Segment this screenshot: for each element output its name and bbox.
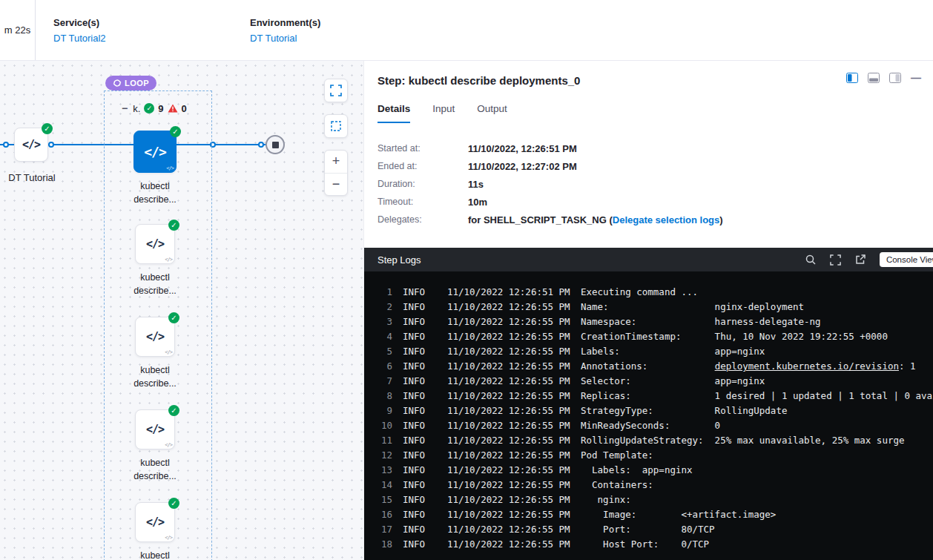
log-line-number: 8 [373,389,392,403]
step-box[interactable]: </></>✓ [135,224,175,264]
log-line: 3INFO11/10/2022 12:26:55 PMNamespace: ha… [373,314,933,329]
log-line: 17INFO11/10/2022 12:26:55 PM Port: 80/TC… [373,522,933,537]
matrix-header[interactable]: − k. ✓ 9 0 [122,102,187,114]
split-view-bottom-icon[interactable] [868,73,880,83]
log-level: INFO [403,359,441,374]
log-line: 16INFO11/10/2022 12:26:55 PM Image: <+ar… [373,507,933,522]
log-message: MinReadySeconds: 0 [581,418,720,433]
pipeline-graph-canvas[interactable]: </> ✓ DT Tutorial LOOP − k. ✓ 9 0 </></>… [0,61,363,560]
log-line: 15INFO11/10/2022 12:26:55 PM nginx: [373,493,933,507]
success-count-icon: ✓ [144,103,154,113]
detail-tabs: Details Input Output [364,95,933,123]
step-detail-fields: Started at: 11/10/2022, 12:26:51 PM Ende… [364,123,933,248]
expand-logs-icon[interactable] [830,254,841,266]
log-timestamp: 11/10/2022 12:26:55 PM [447,493,575,507]
log-timestamp: 11/10/2022 12:26:55 PM [447,329,575,344]
service-link[interactable]: DT Tutorial2 [53,33,250,44]
fit-to-screen-button[interactable] [324,79,348,102]
zoom-in-button[interactable]: + [325,151,347,174]
log-line-number: 2 [373,300,392,314]
step-box[interactable]: </></>✓ [135,409,175,449]
connector-dot [48,142,54,148]
stage-node-dt-tutorial[interactable]: </> ✓ [14,128,48,162]
log-line-number: 14 [373,478,392,493]
detail-row-started: Started at: 11/10/2022, 12:26:51 PM [378,139,920,157]
field-value: 11s [468,179,484,190]
tab-input[interactable]: Input [432,103,455,123]
panel-title: Step: kubectl describe deployments_0 [378,74,580,87]
log-message: Annotations: deployment.kubernetes.io/re… [581,359,916,374]
stop-icon [272,142,279,148]
log-timestamp: 11/10/2022 12:26:55 PM [447,389,575,403]
detail-row-delegates: Delegates: for SHELL_SCRIPT_TASK_NG (Del… [378,211,920,228]
step-node-4[interactable]: </></>✓kubectl describe... [135,502,175,560]
log-level: INFO [403,493,441,507]
delegate-selection-logs-link[interactable]: Delegate selection logs [613,214,720,225]
elapsed-time: m 22s [0,0,36,60]
minimize-panel-icon[interactable]: — [911,73,921,83]
log-timestamp: 11/10/2022 12:26:55 PM [447,300,575,314]
log-line-number: 18 [373,537,392,552]
tab-details[interactable]: Details [378,103,410,123]
step-box[interactable]: </></>✓ [135,502,175,542]
success-check-icon: ✓ [168,312,179,323]
log-line-number: 6 [373,359,392,374]
failed-count-icon [168,104,178,113]
log-timestamp: 11/10/2022 12:26:55 PM [447,403,575,418]
pipeline-end-node[interactable] [266,135,285,154]
panel-header: Step: kubectl describe deployments_0 — [364,61,933,95]
console-view-button[interactable]: Console View [880,252,933,267]
collapse-icon[interactable]: − [122,102,128,114]
step-box[interactable]: </></>✓ [135,317,175,357]
log-level: INFO [403,314,441,329]
log-level: INFO [403,507,441,522]
zoom-out-button[interactable]: − [325,174,347,196]
code-icon: </> [144,144,166,159]
environment-link[interactable]: DT Tutorial [250,33,320,44]
connector-dot [258,142,264,148]
success-check-icon: ✓ [168,498,179,509]
search-logs-icon[interactable] [805,254,816,265]
split-view-left-icon[interactable] [846,73,858,83]
log-message: Host Port: 0/TCP [581,537,709,552]
log-level: INFO [403,403,441,418]
log-level: INFO [403,537,441,552]
log-line-number: 11 [373,433,392,448]
success-count: 9 [158,103,163,114]
step-node-3[interactable]: </></>✓kubectl describe... [135,409,175,483]
log-line: 7INFO11/10/2022 12:26:55 PMSelector: app… [373,374,933,389]
log-line-number: 1 [373,285,392,300]
step-node-0[interactable]: </></>✓kubectl describe... [133,131,177,206]
log-lines[interactable]: 1INFO11/10/2022 12:26:51 PMExecuting com… [364,271,933,560]
loop-badge[interactable]: LOOP [105,76,156,90]
step-node-1[interactable]: </></>✓kubectl describe... [135,224,175,297]
log-timestamp: 11/10/2022 12:26:55 PM [447,478,575,493]
dashed-square-icon [330,120,342,132]
split-view-right-icon[interactable] [889,73,901,83]
log-level: INFO [403,418,441,433]
log-line: 6INFO11/10/2022 12:26:55 PMAnnotations: … [373,359,933,374]
step-type-icon: </> [165,442,172,448]
code-icon: </> [146,423,164,436]
log-level: INFO [403,389,441,403]
log-timestamp: 11/10/2022 12:26:55 PM [447,359,575,374]
open-in-new-icon[interactable] [855,254,866,265]
log-message: Executing command ... [581,285,698,300]
detail-row-timeout: Timeout: 10m [378,193,920,211]
log-line-number: 7 [373,374,392,389]
step-node-2[interactable]: </></>✓kubectl describe... [135,317,175,390]
log-level: INFO [403,478,441,493]
zoom-to-selection-button[interactable] [324,114,348,138]
log-timestamp: 11/10/2022 12:26:51 PM [447,285,575,300]
tab-output[interactable]: Output [477,103,507,123]
success-check-icon: ✓ [168,220,179,231]
log-line: 5INFO11/10/2022 12:26:55 PMLabels: app=n… [373,344,933,359]
step-logs-section: Step Logs Console View 1IN [364,248,933,560]
log-line-number: 12 [373,448,392,463]
log-link[interactable]: deployment.kubernetes.io/revision [715,360,899,372]
step-box[interactable]: </></>✓ [133,131,177,173]
field-label: Delegates: [378,214,468,225]
field-value: 10m [468,197,487,208]
step-label: kubectl describe... [125,456,185,483]
log-timestamp: 11/10/2022 12:26:55 PM [447,374,575,389]
